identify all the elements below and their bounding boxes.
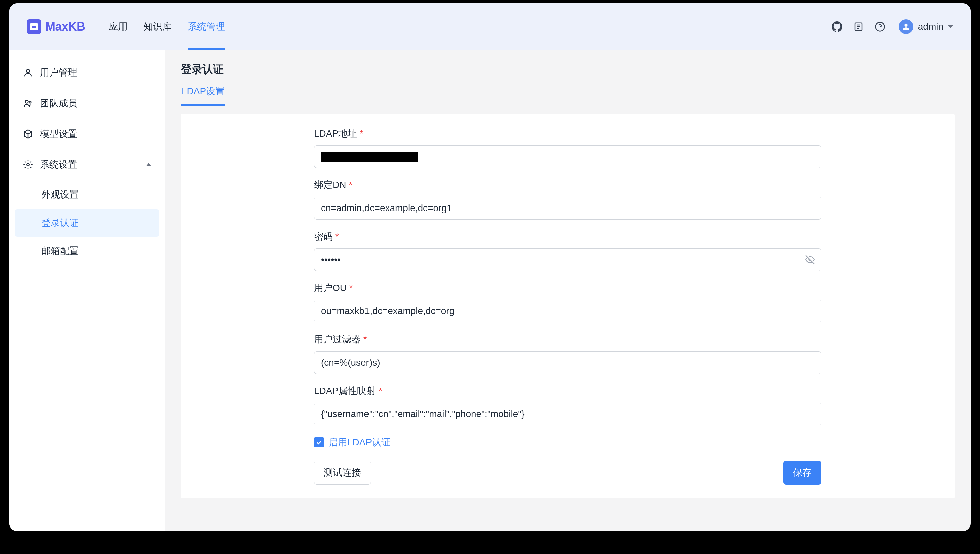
form-group-bind-dn: 绑定DN bbox=[314, 179, 821, 220]
avatar bbox=[899, 19, 913, 34]
header-right: admin bbox=[831, 19, 953, 34]
main-content: 登录认证 LDAP设置 LDAP地址 绑定DN bbox=[165, 50, 970, 531]
nav-tab-system[interactable]: 系统管理 bbox=[188, 3, 225, 50]
body: 用户管理 团队成员 模型设置 系统设置 bbox=[10, 50, 970, 531]
nav-tab-knowledge[interactable]: 知识库 bbox=[143, 3, 172, 50]
label-ldap-mapping: LDAP属性映射 bbox=[314, 385, 821, 397]
username: admin bbox=[918, 21, 943, 32]
svg-point-7 bbox=[26, 69, 30, 72]
form-panel: LDAP地址 绑定DN 密码 bbox=[181, 114, 955, 498]
label-ldap-address: LDAP地址 bbox=[314, 127, 821, 140]
sidebar-item-label: 用户管理 bbox=[40, 66, 78, 79]
gear-icon bbox=[23, 160, 33, 170]
input-ldap-address[interactable] bbox=[314, 145, 821, 168]
checkbox-label: 启用LDAP认证 bbox=[329, 436, 391, 449]
input-ldap-mapping[interactable] bbox=[314, 402, 821, 425]
form-group-user-ou: 用户OU bbox=[314, 282, 821, 323]
form-group-password: 密码 bbox=[314, 230, 821, 271]
svg-point-9 bbox=[29, 101, 31, 103]
redacted-value bbox=[321, 152, 418, 162]
input-user-ou[interactable] bbox=[314, 300, 821, 323]
github-icon[interactable] bbox=[831, 21, 843, 33]
sidebar-item-team-members[interactable]: 团队成员 bbox=[15, 89, 159, 118]
svg-point-8 bbox=[25, 100, 29, 103]
page-title: 登录认证 bbox=[181, 62, 955, 77]
logo-icon bbox=[27, 19, 41, 34]
sidebar-item-label: 团队成员 bbox=[40, 97, 78, 110]
input-user-filter[interactable] bbox=[314, 351, 821, 374]
sidebar-item-label: 系统设置 bbox=[40, 158, 78, 171]
help-icon[interactable] bbox=[874, 21, 886, 33]
nav-tabs: 应用 知识库 系统管理 bbox=[109, 3, 225, 50]
logo-text: MaxKB bbox=[45, 20, 86, 34]
docs-icon[interactable] bbox=[853, 21, 864, 33]
label-password: 密码 bbox=[314, 230, 821, 243]
eye-off-icon[interactable] bbox=[805, 255, 815, 264]
test-connection-button[interactable]: 测试连接 bbox=[314, 461, 371, 485]
save-button[interactable]: 保存 bbox=[783, 461, 821, 485]
input-password[interactable] bbox=[314, 248, 821, 271]
form-group-ldap-address: LDAP地址 bbox=[314, 127, 821, 168]
logo[interactable]: MaxKB bbox=[27, 19, 86, 34]
sidebar-subitem-email-config[interactable]: 邮箱配置 bbox=[15, 237, 159, 265]
users-icon bbox=[23, 98, 33, 109]
checkbox-icon bbox=[314, 437, 324, 447]
input-bind-dn[interactable] bbox=[314, 197, 821, 220]
sidebar-subitem-appearance[interactable]: 外观设置 bbox=[15, 181, 159, 209]
form-group-ldap-mapping: LDAP属性映射 bbox=[314, 385, 821, 425]
sidebar-item-label: 模型设置 bbox=[40, 128, 78, 140]
label-bind-dn: 绑定DN bbox=[314, 179, 821, 192]
sidebar-item-user-management[interactable]: 用户管理 bbox=[15, 58, 159, 87]
header: MaxKB 应用 知识库 系统管理 admin bbox=[10, 3, 970, 50]
user-icon bbox=[23, 67, 33, 78]
nav-tab-applications[interactable]: 应用 bbox=[109, 3, 127, 50]
dropdown-caret-icon bbox=[948, 26, 953, 28]
svg-point-6 bbox=[904, 23, 907, 26]
chevron-up-icon bbox=[146, 163, 151, 166]
app-window: MaxKB 应用 知识库 系统管理 admin bbox=[10, 3, 970, 531]
cube-icon bbox=[23, 129, 33, 139]
form-actions: 测试连接 保存 bbox=[314, 461, 821, 485]
form-group-user-filter: 用户过滤器 bbox=[314, 333, 821, 374]
sidebar: 用户管理 团队成员 模型设置 系统设置 bbox=[10, 50, 165, 531]
label-user-ou: 用户OU bbox=[314, 282, 821, 294]
label-user-filter: 用户过滤器 bbox=[314, 333, 821, 346]
tab-ldap-settings[interactable]: LDAP设置 bbox=[181, 85, 225, 105]
svg-point-10 bbox=[27, 163, 29, 166]
sidebar-item-model-settings[interactable]: 模型设置 bbox=[15, 120, 159, 148]
user-menu[interactable]: admin bbox=[899, 19, 953, 34]
checkbox-enable-ldap[interactable]: 启用LDAP认证 bbox=[314, 436, 821, 449]
sidebar-subitem-login-auth[interactable]: 登录认证 bbox=[15, 209, 159, 236]
sidebar-item-system-settings[interactable]: 系统设置 bbox=[15, 150, 159, 179]
tab-bar: LDAP设置 bbox=[181, 85, 955, 106]
